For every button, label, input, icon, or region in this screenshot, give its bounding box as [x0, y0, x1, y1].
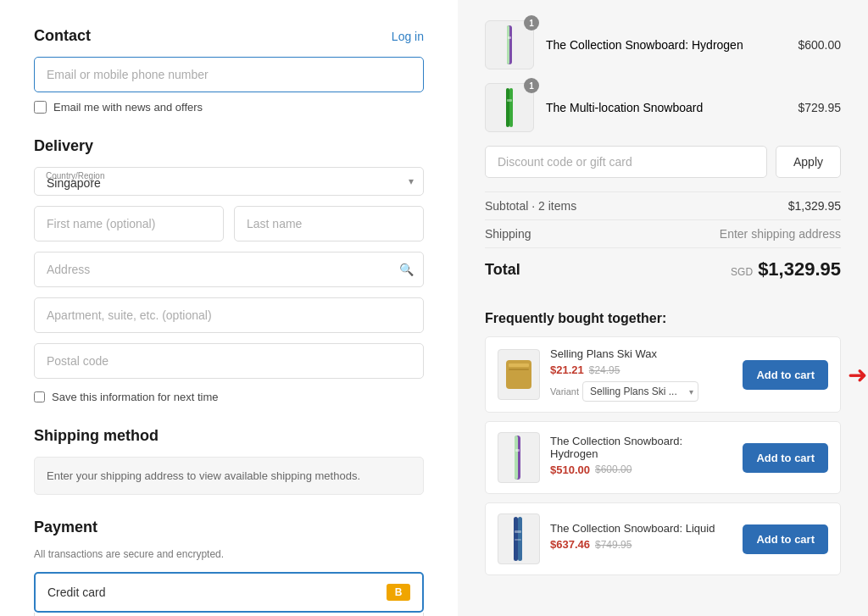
- fbt-item3-price-new: $637.46: [550, 538, 590, 551]
- credit-card-label: Credit card: [47, 585, 105, 599]
- item1-price: $600.00: [798, 38, 841, 52]
- discount-input[interactable]: [485, 146, 767, 178]
- postal-input[interactable]: [34, 343, 424, 379]
- fbt-item1-image: [498, 349, 540, 400]
- log-in-link[interactable]: Log in: [392, 30, 424, 43]
- fbt-item2-info: The Collection Snowboard: Hydrogen $510.…: [550, 435, 732, 481]
- delivery-section: Delivery Country/Region Singapore ▾ 🔍 Sa…: [34, 137, 424, 403]
- news-label: Email me with news and offers: [53, 101, 203, 114]
- item2-name: The Multi-location Snowboard: [546, 101, 703, 114]
- svg-rect-4: [509, 88, 513, 127]
- address-input[interactable]: [34, 252, 424, 287]
- svg-rect-15: [515, 539, 521, 541]
- fbt-item3-image: [498, 513, 540, 564]
- svg-rect-10: [515, 436, 518, 480]
- delivery-title: Delivery: [34, 137, 424, 155]
- subtotal-label: Subtotal · 2 items: [485, 199, 576, 213]
- item2-price: $729.95: [798, 101, 841, 114]
- left-panel: Contact Log in Email me with news and of…: [0, 0, 458, 616]
- shipping-info-text: Enter your shipping address to view avai…: [47, 469, 360, 482]
- postal-wrapper: [34, 343, 424, 379]
- subtotal-row: Subtotal · 2 items $1,329.95: [485, 191, 841, 219]
- first-name-input[interactable]: [34, 206, 224, 241]
- fbt-item1-prices: $21.21 $24.95: [550, 363, 732, 376]
- fbt-section: Frequently bought together: Selling Plan…: [485, 311, 841, 575]
- ski-wax-icon: [502, 353, 536, 396]
- item2-info: The Multi-location Snowboard: [546, 101, 786, 114]
- payment-title: Payment: [34, 519, 424, 536]
- discount-row: Apply: [485, 146, 841, 178]
- fbt-item3-name: The Collection Snowboard: Liquid: [550, 522, 732, 535]
- item1-badge: 1: [524, 15, 539, 31]
- fbt-item3-prices: $637.46 $749.95: [550, 538, 732, 551]
- shipping-summary-value: Enter shipping address: [720, 227, 841, 241]
- fbt-item1-info: Selling Plans Ski Wax $21.21 $24.95 Vari…: [550, 347, 732, 402]
- fbt-item2-prices: $510.00 $600.00: [550, 463, 732, 476]
- item2-image-wrapper: 1: [485, 83, 534, 132]
- fbt-item3-add-to-cart[interactable]: Add to cart: [743, 524, 828, 554]
- total-currency: SGD: [731, 266, 753, 278]
- variant-select-wrapper: Selling Plans Ski ... ▾: [582, 381, 698, 402]
- variant-select[interactable]: Selling Plans Ski ...: [582, 381, 698, 402]
- credit-card-option[interactable]: Credit card B: [34, 572, 424, 613]
- apartment-input[interactable]: [34, 297, 424, 333]
- contact-title: Contact: [34, 27, 91, 45]
- svg-rect-7: [509, 363, 529, 367]
- fbt-liquid-icon: [510, 515, 527, 563]
- svg-rect-2: [508, 36, 511, 39]
- fbt-item1-price-old: $24.95: [589, 364, 620, 376]
- shipping-summary-label: Shipping: [485, 227, 531, 241]
- shipping-info-box: Enter your shipping address to view avai…: [34, 457, 424, 495]
- item1-name: The Collection Snowboard: Hydrogen: [546, 38, 743, 52]
- fbt-title: Frequently bought together:: [485, 311, 841, 326]
- save-info-label: Save this information for next time: [52, 391, 219, 403]
- card-number-box: Card number 🔒: [34, 613, 424, 616]
- fbt-item-ski-wax: Selling Plans Ski Wax $21.21 $24.95 Vari…: [485, 336, 841, 413]
- news-checkbox-row: Email me with news and offers: [34, 101, 424, 114]
- search-icon: 🔍: [399, 263, 414, 276]
- apply-button[interactable]: Apply: [776, 146, 841, 178]
- svg-rect-8: [509, 369, 529, 370]
- shipping-method-title: Shipping method: [34, 427, 424, 445]
- total-value-wrapper: SGD $1,329.95: [731, 258, 841, 280]
- total-label: Total: [485, 261, 520, 279]
- total-amount: $1,329.95: [758, 258, 841, 280]
- fbt-item2-name: The Collection Snowboard: Hydrogen: [550, 435, 732, 460]
- fbt-item2-image: [498, 432, 540, 483]
- country-select[interactable]: Singapore: [34, 167, 424, 196]
- fbt-item1-add-to-cart[interactable]: Add to cart: [743, 360, 828, 390]
- address-wrapper: 🔍: [34, 252, 424, 287]
- svg-rect-11: [515, 449, 520, 452]
- name-row: [34, 206, 424, 241]
- variant-label: Variant: [550, 386, 579, 397]
- fbt-item3-info: The Collection Snowboard: Liquid $637.46…: [550, 522, 732, 556]
- fbt-item2-add-to-cart[interactable]: Add to cart: [743, 443, 828, 473]
- fbt-item2-price-old: $600.00: [595, 463, 632, 475]
- fbt-item-liquid: The Collection Snowboard: Liquid $637.46…: [485, 502, 841, 575]
- variant-row: Variant Selling Plans Ski ... ▾: [550, 381, 732, 402]
- item2-badge: 1: [524, 78, 539, 93]
- fbt-item1-name: Selling Plans Ski Wax: [550, 347, 732, 360]
- item1-info: The Collection Snowboard: Hydrogen: [546, 38, 786, 52]
- svg-rect-3: [506, 88, 509, 127]
- save-info-checkbox[interactable]: [34, 391, 45, 402]
- last-name-input[interactable]: [234, 206, 424, 241]
- multiloc-snowboard-icon: [504, 86, 515, 129]
- shipping-method-section: Shipping method Enter your shipping addr…: [34, 427, 424, 495]
- contact-section-header: Contact Log in: [34, 27, 424, 45]
- email-input[interactable]: [34, 57, 424, 92]
- news-checkbox[interactable]: [34, 101, 47, 114]
- fbt-item2-price-new: $510.00: [550, 463, 590, 476]
- payment-section: Payment All transactions are secure and …: [34, 519, 424, 616]
- apartment-wrapper: [34, 297, 424, 333]
- subtotal-value: $1,329.95: [788, 199, 841, 213]
- braintree-icon: B: [387, 584, 410, 601]
- fbt-item3-price-old: $749.95: [595, 539, 632, 551]
- order-item-2: 1 The Multi-location Snowboard $729.95: [485, 83, 841, 132]
- fbt-item-hydrogen: The Collection Snowboard: Hydrogen $510.…: [485, 421, 841, 494]
- fbt-hydrogen-icon: [510, 434, 527, 481]
- order-item-1: 1 The Collection Snowboard: Hydrogen $60…: [485, 20, 841, 69]
- svg-rect-5: [507, 99, 512, 102]
- payment-subtitle: All transactions are secure and encrypte…: [34, 548, 424, 560]
- svg-rect-1: [507, 25, 509, 64]
